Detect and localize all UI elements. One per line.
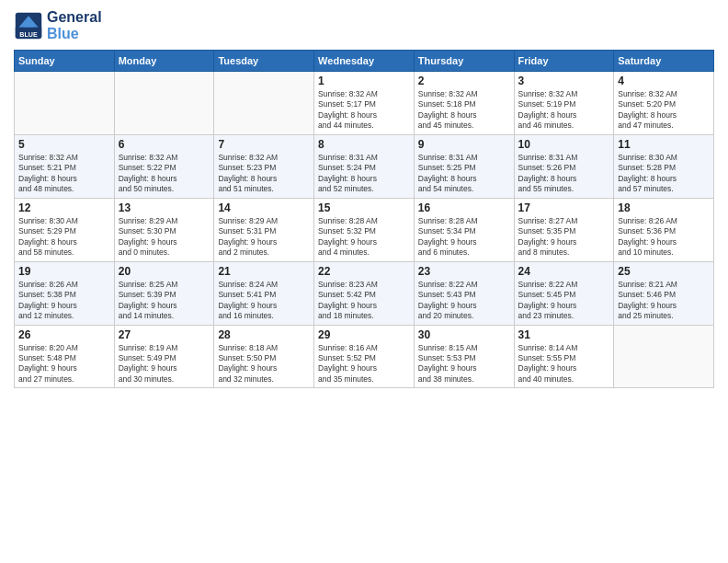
weekday-header-monday: Monday — [114, 51, 214, 72]
day-number: 15 — [318, 201, 410, 214]
day-number: 17 — [518, 201, 610, 214]
day-info: Sunrise: 8:32 AM Sunset: 5:23 PM Dayligh… — [218, 153, 310, 195]
day-number: 1 — [318, 75, 410, 87]
day-info: Sunrise: 8:24 AM Sunset: 5:41 PM Dayligh… — [218, 280, 310, 322]
weekday-header-wednesday: Wednesday — [314, 51, 415, 72]
day-info: Sunrise: 8:19 AM Sunset: 5:49 PM Dayligh… — [119, 343, 210, 385]
day-info: Sunrise: 8:18 AM Sunset: 5:50 PM Dayligh… — [218, 343, 310, 385]
day-number: 8 — [318, 138, 410, 151]
day-number: 31 — [518, 328, 610, 341]
calendar-cell: 19Sunrise: 8:26 AM Sunset: 5:38 PM Dayli… — [15, 261, 115, 325]
day-number: 9 — [418, 138, 510, 151]
day-info: Sunrise: 8:16 AM Sunset: 5:52 PM Dayligh… — [318, 343, 410, 385]
header: BLUE General Blue — [14, 9, 714, 42]
calendar-cell: 29Sunrise: 8:16 AM Sunset: 5:52 PM Dayli… — [314, 325, 415, 388]
calendar-cell — [614, 325, 714, 388]
calendar-week-row: 5Sunrise: 8:32 AM Sunset: 5:21 PM Daylig… — [15, 134, 714, 198]
calendar-week-row: 1Sunrise: 8:32 AM Sunset: 5:17 PM Daylig… — [15, 72, 714, 135]
day-number: 29 — [318, 328, 410, 341]
day-number: 28 — [218, 328, 310, 341]
calendar-cell: 20Sunrise: 8:25 AM Sunset: 5:39 PM Dayli… — [114, 261, 214, 325]
day-number: 16 — [418, 201, 510, 214]
day-number: 6 — [119, 138, 210, 151]
day-number: 13 — [119, 201, 210, 214]
day-number: 21 — [218, 265, 310, 278]
calendar-week-row: 12Sunrise: 8:30 AM Sunset: 5:29 PM Dayli… — [15, 198, 714, 261]
day-info: Sunrise: 8:22 AM Sunset: 5:45 PM Dayligh… — [518, 280, 610, 322]
day-info: Sunrise: 8:32 AM Sunset: 5:17 PM Dayligh… — [318, 89, 410, 132]
calendar-cell: 8Sunrise: 8:31 AM Sunset: 5:24 PM Daylig… — [314, 134, 415, 198]
day-number: 11 — [618, 138, 710, 151]
day-info: Sunrise: 8:22 AM Sunset: 5:43 PM Dayligh… — [418, 280, 510, 322]
day-info: Sunrise: 8:28 AM Sunset: 5:32 PM Dayligh… — [318, 216, 410, 259]
calendar-cell: 30Sunrise: 8:15 AM Sunset: 5:53 PM Dayli… — [414, 325, 514, 388]
calendar-cell: 24Sunrise: 8:22 AM Sunset: 5:45 PM Dayli… — [514, 261, 614, 325]
day-info: Sunrise: 8:25 AM Sunset: 5:39 PM Dayligh… — [119, 280, 210, 322]
day-info: Sunrise: 8:21 AM Sunset: 5:46 PM Dayligh… — [618, 280, 710, 322]
day-number: 19 — [18, 265, 110, 278]
day-number: 25 — [618, 265, 710, 278]
day-info: Sunrise: 8:32 AM Sunset: 5:21 PM Dayligh… — [18, 153, 110, 195]
calendar-table: SundayMondayTuesdayWednesdayThursdayFrid… — [14, 50, 714, 388]
day-info: Sunrise: 8:31 AM Sunset: 5:26 PM Dayligh… — [518, 153, 610, 195]
day-number: 10 — [518, 138, 610, 151]
day-info: Sunrise: 8:32 AM Sunset: 5:22 PM Dayligh… — [119, 153, 210, 195]
day-info: Sunrise: 8:32 AM Sunset: 5:18 PM Dayligh… — [418, 89, 510, 132]
calendar-cell: 18Sunrise: 8:26 AM Sunset: 5:36 PM Dayli… — [614, 198, 714, 261]
calendar-cell: 12Sunrise: 8:30 AM Sunset: 5:29 PM Dayli… — [15, 198, 115, 261]
weekday-header-friday: Friday — [514, 51, 614, 72]
day-number: 14 — [218, 201, 310, 214]
day-number: 20 — [119, 265, 210, 278]
calendar-week-row: 26Sunrise: 8:20 AM Sunset: 5:48 PM Dayli… — [15, 325, 714, 388]
day-number: 18 — [618, 201, 710, 214]
calendar-cell: 31Sunrise: 8:14 AM Sunset: 5:55 PM Dayli… — [514, 325, 614, 388]
weekday-header-saturday: Saturday — [614, 51, 714, 72]
day-info: Sunrise: 8:20 AM Sunset: 5:48 PM Dayligh… — [18, 343, 110, 385]
calendar-cell: 13Sunrise: 8:29 AM Sunset: 5:30 PM Dayli… — [114, 198, 214, 261]
page: BLUE General Blue SundayMondayTuesdayWed… — [0, 0, 728, 563]
day-number: 4 — [618, 75, 710, 87]
day-number: 12 — [18, 201, 110, 214]
day-number: 30 — [418, 328, 510, 341]
day-info: Sunrise: 8:14 AM Sunset: 5:55 PM Dayligh… — [518, 343, 610, 385]
calendar-cell: 27Sunrise: 8:19 AM Sunset: 5:49 PM Dayli… — [114, 325, 214, 388]
calendar-cell: 4Sunrise: 8:32 AM Sunset: 5:20 PM Daylig… — [614, 72, 714, 135]
day-number: 2 — [418, 75, 510, 87]
day-number: 7 — [218, 138, 310, 151]
calendar-cell: 5Sunrise: 8:32 AM Sunset: 5:21 PM Daylig… — [15, 134, 115, 198]
day-info: Sunrise: 8:29 AM Sunset: 5:31 PM Dayligh… — [218, 216, 310, 259]
day-info: Sunrise: 8:23 AM Sunset: 5:42 PM Dayligh… — [318, 280, 410, 322]
calendar-cell: 11Sunrise: 8:30 AM Sunset: 5:28 PM Dayli… — [614, 134, 714, 198]
day-info: Sunrise: 8:26 AM Sunset: 5:38 PM Dayligh… — [18, 280, 110, 322]
calendar-cell — [114, 72, 214, 135]
day-info: Sunrise: 8:27 AM Sunset: 5:35 PM Dayligh… — [518, 216, 610, 259]
day-number: 22 — [318, 265, 410, 278]
day-info: Sunrise: 8:29 AM Sunset: 5:30 PM Dayligh… — [119, 216, 210, 259]
calendar-cell: 28Sunrise: 8:18 AM Sunset: 5:50 PM Dayli… — [214, 325, 314, 388]
calendar-cell: 6Sunrise: 8:32 AM Sunset: 5:22 PM Daylig… — [114, 134, 214, 198]
logo: BLUE General Blue — [14, 9, 102, 42]
day-info: Sunrise: 8:30 AM Sunset: 5:28 PM Dayligh… — [618, 153, 710, 195]
weekday-header-row: SundayMondayTuesdayWednesdayThursdayFrid… — [15, 51, 714, 72]
calendar-cell: 1Sunrise: 8:32 AM Sunset: 5:17 PM Daylig… — [314, 72, 415, 135]
day-info: Sunrise: 8:30 AM Sunset: 5:29 PM Dayligh… — [18, 216, 110, 259]
day-number: 23 — [418, 265, 510, 278]
day-info: Sunrise: 8:28 AM Sunset: 5:34 PM Dayligh… — [418, 216, 510, 259]
day-info: Sunrise: 8:31 AM Sunset: 5:25 PM Dayligh… — [418, 153, 510, 195]
calendar-cell — [15, 72, 115, 135]
day-number: 27 — [119, 328, 210, 341]
calendar-cell: 26Sunrise: 8:20 AM Sunset: 5:48 PM Dayli… — [15, 325, 115, 388]
day-info: Sunrise: 8:31 AM Sunset: 5:24 PM Dayligh… — [318, 153, 410, 195]
weekday-header-thursday: Thursday — [414, 51, 514, 72]
calendar-cell: 21Sunrise: 8:24 AM Sunset: 5:41 PM Dayli… — [214, 261, 314, 325]
day-info: Sunrise: 8:15 AM Sunset: 5:53 PM Dayligh… — [418, 343, 510, 385]
calendar-cell: 15Sunrise: 8:28 AM Sunset: 5:32 PM Dayli… — [314, 198, 415, 261]
logo-text: General Blue — [47, 9, 102, 42]
calendar-cell: 2Sunrise: 8:32 AM Sunset: 5:18 PM Daylig… — [414, 72, 514, 135]
calendar-cell: 22Sunrise: 8:23 AM Sunset: 5:42 PM Dayli… — [314, 261, 415, 325]
calendar-cell: 7Sunrise: 8:32 AM Sunset: 5:23 PM Daylig… — [214, 134, 314, 198]
calendar-cell: 3Sunrise: 8:32 AM Sunset: 5:19 PM Daylig… — [514, 72, 614, 135]
calendar-cell: 17Sunrise: 8:27 AM Sunset: 5:35 PM Dayli… — [514, 198, 614, 261]
logo-icon: BLUE — [14, 11, 43, 40]
weekday-header-tuesday: Tuesday — [214, 51, 314, 72]
